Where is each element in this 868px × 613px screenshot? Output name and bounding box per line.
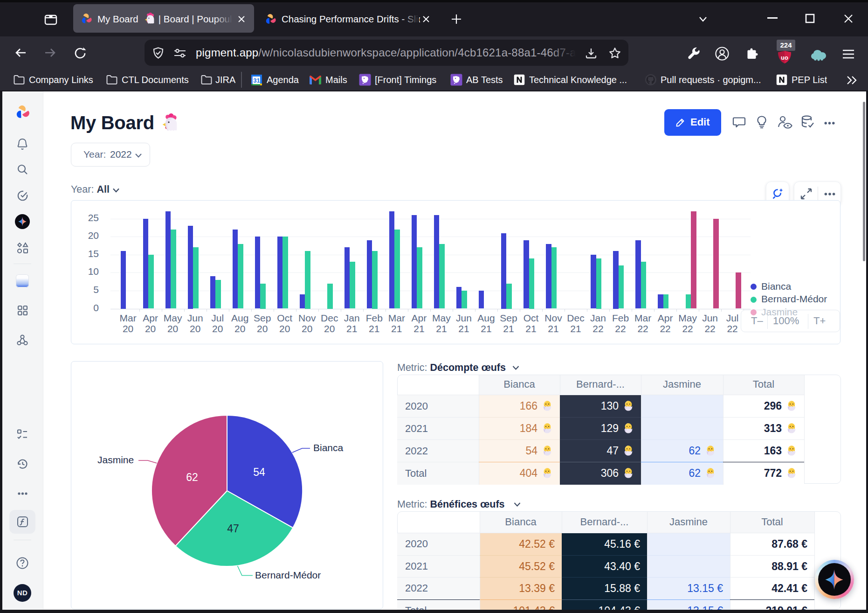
svg-text:31: 31 [253,77,260,84]
svg-text:uo: uo [781,54,788,61]
